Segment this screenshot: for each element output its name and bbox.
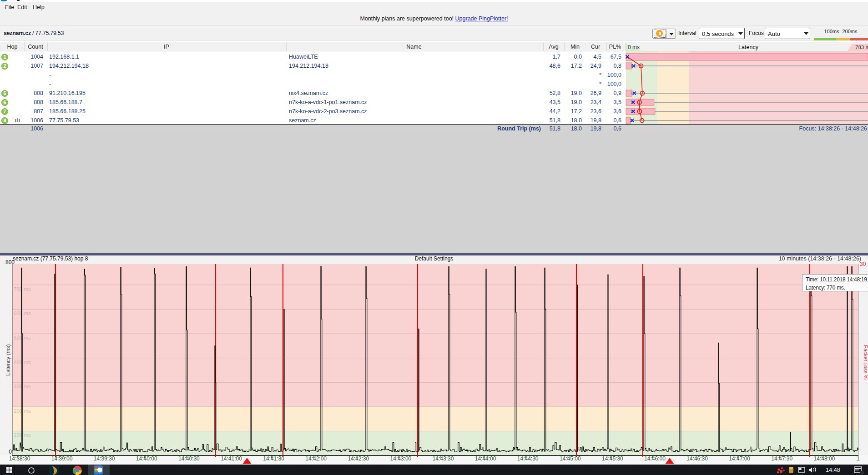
svg-text:Latency: Latency: [738, 44, 759, 50]
svg-text:30: 30: [860, 261, 866, 267]
svg-text:400 ms: 400 ms: [14, 360, 31, 365]
svg-text:14:41:30: 14:41:30: [263, 455, 284, 462]
svg-text:14:45:30: 14:45:30: [602, 455, 623, 462]
svg-text:0 ms: 0 ms: [628, 44, 640, 50]
svg-text:14:48:00: 14:48:00: [814, 455, 835, 462]
svg-text:14:39:30: 14:39:30: [94, 455, 115, 462]
svg-text:14:46:30: 14:46:30: [686, 455, 708, 462]
svg-text:14:41:00: 14:41:00: [221, 455, 242, 462]
svg-text:300 ms: 300 ms: [14, 384, 31, 389]
svg-text:700 ms: 700 ms: [14, 286, 31, 292]
svg-text:14:48: 14:48: [826, 467, 840, 473]
svg-text:800: 800: [5, 259, 15, 265]
svg-text:600 ms: 600 ms: [14, 310, 31, 316]
svg-text:Latency (ms): Latency (ms): [5, 344, 11, 375]
svg-text:Default Settings: Default Settings: [415, 255, 454, 262]
svg-text:14:47:30: 14:47:30: [771, 455, 792, 462]
svg-text:0: 0: [9, 449, 12, 455]
svg-text:seznam.cz (77.75.79.53) hop 8: seznam.cz (77.75.79.53) hop 8: [13, 255, 88, 262]
svg-text:14:42:30: 14:42:30: [348, 455, 369, 462]
svg-text:100 ms: 100 ms: [14, 432, 31, 438]
svg-text:14:40:30: 14:40:30: [178, 455, 200, 462]
svg-text:Packet Loss %: Packet Loss %: [863, 345, 868, 380]
svg-text:14:43:30: 14:43:30: [433, 455, 454, 462]
svg-text:14:43:00: 14:43:00: [390, 455, 412, 462]
svg-text:14:38:30: 14:38:30: [9, 455, 30, 462]
svg-text:14:46:00: 14:46:00: [644, 455, 666, 462]
svg-text:14:44:30: 14:44:30: [517, 455, 539, 462]
svg-text:10 minutes (14:38:26 - 14:48:2: 10 minutes (14:38:26 - 14:48:26): [779, 255, 861, 262]
svg-text:14:47:00: 14:47:00: [729, 455, 750, 462]
svg-text:14:45:00: 14:45:00: [560, 455, 581, 462]
svg-text:14:42:00: 14:42:00: [305, 455, 327, 462]
svg-text:500 ms: 500 ms: [14, 335, 31, 340]
svg-text:200 ms: 200 ms: [14, 408, 31, 414]
svg-text:14:39:00: 14:39:00: [51, 455, 73, 462]
svg-text:783 m: 783 m: [855, 45, 868, 50]
svg-text:14:44:00: 14:44:00: [475, 455, 496, 462]
svg-text:14:40:00: 14:40:00: [136, 455, 157, 462]
svg-text:1: 1: [857, 455, 860, 462]
